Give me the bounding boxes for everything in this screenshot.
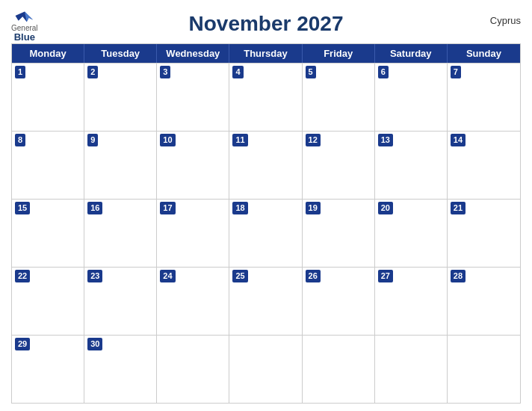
day-7: 7 (448, 64, 520, 131)
day-21: 21 (448, 200, 520, 267)
day-empty-2 (229, 336, 302, 403)
day-13: 13 (375, 132, 448, 199)
day-2: 2 (84, 64, 157, 131)
logo-icon (14, 10, 35, 24)
calendar-body: 1 2 3 4 5 6 7 8 9 10 11 12 13 14 15 16 (12, 63, 520, 403)
day-4: 4 (229, 64, 302, 131)
day-6: 6 (375, 64, 448, 131)
day-empty-1 (157, 336, 229, 403)
day-28: 28 (448, 268, 520, 335)
day-12: 12 (303, 132, 375, 199)
calendar-page: General Blue November 2027 Cyprus Monday… (0, 0, 532, 411)
day-15: 15 (12, 200, 84, 267)
day-23: 23 (84, 268, 157, 335)
day-5: 5 (303, 64, 375, 131)
header-thursday: Thursday (229, 44, 302, 63)
calendar-week-1: 1 2 3 4 5 6 7 (12, 63, 520, 131)
svg-marker-0 (15, 11, 33, 22)
country-label: Cyprus (490, 15, 521, 26)
day-19: 19 (303, 200, 375, 267)
page-header: General Blue November 2027 Cyprus (11, 7, 521, 39)
day-14: 14 (448, 132, 520, 199)
day-20: 20 (375, 200, 448, 267)
calendar-week-5: 29 30 (12, 335, 520, 403)
header-friday: Friday (303, 44, 375, 63)
day-18: 18 (229, 200, 302, 267)
day-17: 17 (157, 200, 229, 267)
day-24: 24 (157, 268, 229, 335)
day-25: 25 (229, 268, 302, 335)
logo: General Blue (11, 10, 38, 43)
logo-blue: Blue (14, 32, 35, 43)
day-26: 26 (303, 268, 375, 335)
page-title: November 2027 (188, 12, 343, 36)
header-wednesday: Wednesday (157, 44, 229, 63)
calendar: Monday Tuesday Wednesday Thursday Friday… (11, 43, 521, 404)
day-10: 10 (157, 132, 229, 199)
day-30: 30 (84, 336, 157, 403)
header-tuesday: Tuesday (84, 44, 157, 63)
day-11: 11 (229, 132, 302, 199)
day-8: 8 (12, 132, 84, 199)
calendar-header: Monday Tuesday Wednesday Thursday Friday… (12, 44, 520, 63)
header-saturday: Saturday (375, 44, 448, 63)
day-9: 9 (84, 132, 157, 199)
day-29: 29 (12, 336, 84, 403)
day-3: 3 (157, 64, 229, 131)
day-empty-5 (448, 336, 520, 403)
calendar-week-2: 8 9 10 11 12 13 14 (12, 131, 520, 199)
calendar-week-4: 22 23 24 25 26 27 28 (12, 267, 520, 335)
header-sunday: Sunday (448, 44, 520, 63)
calendar-week-3: 15 16 17 18 19 20 21 (12, 199, 520, 267)
day-16: 16 (84, 200, 157, 267)
day-27: 27 (375, 268, 448, 335)
day-1: 1 (12, 64, 84, 131)
header-monday: Monday (12, 44, 84, 63)
day-22: 22 (12, 268, 84, 335)
day-empty-4 (375, 336, 448, 403)
day-empty-3 (303, 336, 375, 403)
